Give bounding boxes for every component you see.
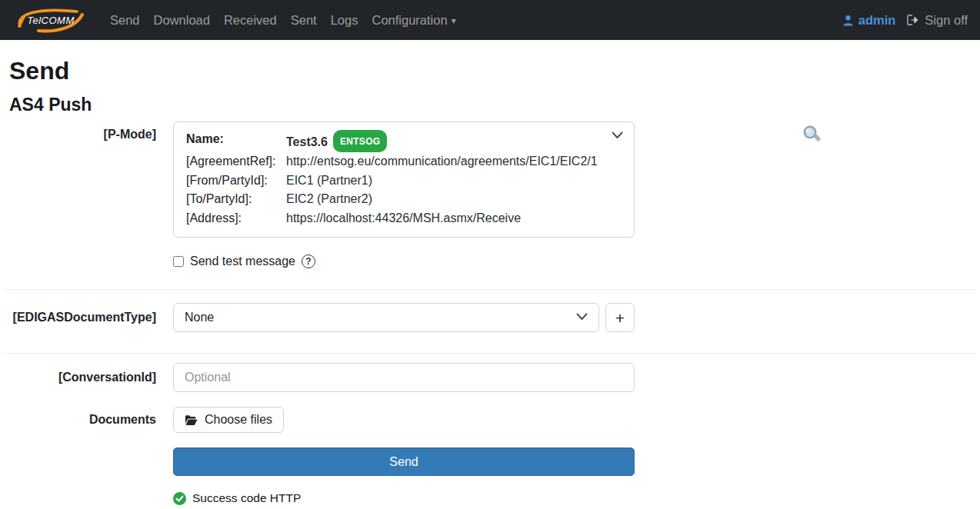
sign-off-icon: [906, 14, 919, 26]
test-message-control: Send test message ?: [173, 254, 635, 268]
nav-item-configuration-label: Configuration: [372, 13, 447, 27]
pmode-name-value-wrap: Test3.6ENTSOG: [286, 130, 622, 152]
send-row: Send: [9, 433, 971, 476]
main-content: Send AS4 Push [P-Mode] Name: Test3.6ENTS…: [0, 57, 980, 509]
status-row: Success code HTTP Non-repudiation of rec…: [9, 476, 971, 509]
check-circle-icon: [173, 492, 186, 505]
documents-control: Choose files: [173, 407, 635, 433]
pmode-agreementref-key: [AgreementRef]:: [186, 152, 286, 171]
nav-item-send[interactable]: Send: [103, 7, 147, 34]
pmode-name-key: Name:: [186, 130, 286, 152]
send-button[interactable]: Send: [173, 447, 635, 476]
signoff-link[interactable]: Sign off: [906, 13, 968, 28]
pmode-topartyid-value: EIC2 (Partner2): [286, 190, 622, 208]
choose-files-label: Choose files: [205, 413, 272, 427]
navbar: TelCOMM Send Download Received Sent Logs…: [0, 0, 980, 40]
nav-item-logs[interactable]: Logs: [324, 7, 365, 34]
conversation-control: [173, 363, 635, 392]
page-title: Send: [9, 57, 971, 85]
pmode-name-value: Test3.6: [286, 135, 328, 148]
page-subtitle: AS4 Push: [9, 95, 971, 115]
help-icon[interactable]: ?: [302, 254, 315, 268]
edigas-label: [EDIGASDocumentType]: [9, 311, 156, 324]
send-test-message-label: Send test message: [190, 254, 295, 268]
nav-item-configuration[interactable]: Configuration▾: [365, 7, 462, 34]
pmode-agreementref-value: http://entsog.eu/communication/agreement…: [286, 152, 622, 171]
user-menu[interactable]: admin: [842, 13, 896, 28]
documents-row: Documents Choose files: [9, 407, 971, 433]
section-divider: [5, 289, 975, 290]
add-document-type-button[interactable]: +: [605, 303, 635, 332]
pmode-dropdown[interactable]: Name: Test3.6ENTSOG [AgreementRef]: http…: [173, 121, 635, 238]
conversationid-input[interactable]: [173, 363, 635, 392]
brand-text: TelCOMM: [27, 15, 75, 26]
nav-item-sent[interactable]: Sent: [284, 7, 324, 34]
user-name: admin: [858, 13, 896, 28]
chevron-down-icon: [612, 131, 623, 139]
nav-item-received[interactable]: Received: [217, 7, 284, 34]
status-text: Success code HTTP: [192, 491, 301, 505]
folder-open-icon: [185, 414, 198, 426]
pmode-topartyid-row: [To/PartyId]: EIC2 (Partner2): [186, 190, 622, 208]
pmode-address-row: [Address]: https://localhost:44326/MSH.a…: [186, 209, 622, 228]
search-icon: [802, 125, 822, 146]
edigas-row: [EDIGASDocumentType] None +: [9, 303, 971, 332]
edigas-controls: None +: [173, 303, 635, 332]
pmode-frompartyid-row: [From/PartyId]: EIC1 (Partner1): [186, 171, 622, 190]
edigas-selected-value: None: [185, 311, 214, 324]
pmode-search-button[interactable]: [652, 125, 971, 148]
documents-label: Documents: [9, 413, 156, 427]
test-message-row: Send test message ?: [9, 238, 971, 268]
pmode-agreementref-row: [AgreementRef]: http://entsog.eu/communi…: [186, 152, 622, 171]
pmode-frompartyid-key: [From/PartyId]:: [186, 171, 286, 190]
pmode-address-value: https://localhost:44326/MSH.asmx/Receive: [286, 209, 622, 228]
pmode-frompartyid-value: EIC1 (Partner1): [286, 171, 622, 190]
brand-logo[interactable]: TelCOMM: [12, 4, 89, 36]
status-item: Success code HTTP: [173, 491, 635, 505]
send-test-message-checkbox[interactable]: [173, 256, 184, 267]
conversationid-label: [ConversationId]: [9, 371, 156, 384]
caret-down-icon: ▾: [452, 15, 456, 26]
nav-right: admin Sign off: [842, 13, 968, 28]
entsog-badge: ENTSOG: [333, 130, 387, 152]
pmode-topartyid-key: [To/PartyId]:: [186, 190, 286, 208]
user-icon: [842, 15, 854, 26]
send-control: Send: [173, 433, 635, 476]
choose-files-button[interactable]: Choose files: [173, 407, 284, 433]
chevron-down-icon: [576, 313, 588, 321]
status-list: Success code HTTP Non-repudiation of rec…: [173, 491, 635, 509]
pmode-row: [P-Mode] Name: Test3.6ENTSOG [AgreementR…: [9, 121, 971, 238]
pmode-name-row: Name: Test3.6ENTSOG: [186, 130, 622, 152]
section-divider: [5, 353, 975, 354]
conversation-row: [ConversationId]: [9, 363, 971, 392]
nav-item-download[interactable]: Download: [147, 7, 217, 34]
pmode-label: [P-Mode]: [9, 121, 156, 141]
nav-links: Send Download Received Sent Logs Configu…: [103, 7, 463, 34]
edigas-select[interactable]: None: [173, 303, 599, 332]
signoff-label: Sign off: [925, 13, 968, 28]
pmode-address-key: [Address]:: [186, 209, 286, 228]
